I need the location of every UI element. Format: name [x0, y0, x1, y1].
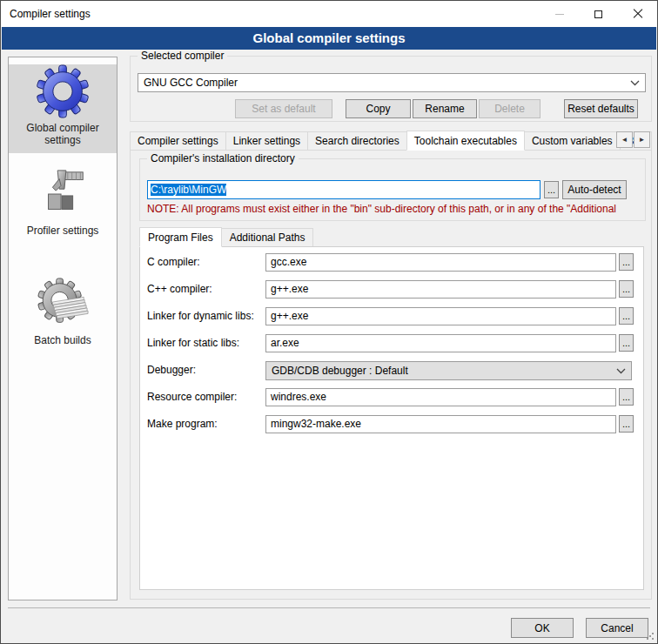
c-compiler-input[interactable]: gcc.exe: [265, 253, 616, 272]
chevron-down-icon: [630, 80, 640, 86]
close-icon: [633, 9, 643, 19]
sidebar-item-profiler-settings[interactable]: Profiler settings: [9, 167, 117, 244]
tab-custom-variables[interactable]: Custom variables: [524, 131, 621, 150]
page-title: Global compiler settings: [2, 27, 656, 50]
delete-button[interactable]: Delete: [479, 99, 540, 118]
field-row-c-compiler: C compiler: gcc.exe ...: [140, 253, 643, 272]
make-program-input[interactable]: mingw32-make.exe: [265, 415, 616, 433]
title-bar: Compiler settings: [1, 1, 657, 27]
installation-directory-input[interactable]: C:\raylib\MinGW: [147, 180, 540, 199]
field-row-make-program: Make program: mingw32-make.exe ...: [140, 415, 643, 434]
cpp-compiler-input[interactable]: g++.exe: [265, 280, 616, 299]
settings-tab-bar: Compiler settings Linker settings Search…: [130, 130, 652, 150]
group-legend: Compiler's installation directory: [147, 152, 299, 164]
toolchain-executables-page: Compiler's installation directory C:\ray…: [130, 150, 652, 600]
rename-button[interactable]: Rename: [413, 99, 477, 118]
dialog-body: Global compiler settings Profiler settin…: [1, 50, 657, 643]
field-row-cpp-compiler: C++ compiler: g++.exe ...: [140, 280, 643, 299]
dynamic-linker-input[interactable]: g++.exe: [265, 307, 616, 325]
selected-compiler-group: Selected compiler GNU GCC Compiler Set a…: [130, 56, 652, 122]
field-label: C compiler:: [147, 256, 200, 268]
debugger-select[interactable]: GDB/CDB debugger : Default: [265, 361, 632, 380]
gear-stack-icon: [36, 277, 90, 331]
directory-note: NOTE: All programs must exist either in …: [147, 203, 640, 215]
sidebar-item-label: Profiler settings: [9, 225, 117, 244]
group-legend: Selected compiler: [138, 50, 227, 62]
set-as-default-button[interactable]: Set as default: [235, 99, 332, 118]
compiler-select[interactable]: GNU GCC Compiler: [138, 73, 646, 92]
tab-scroll-left-button[interactable]: ◄: [616, 131, 633, 148]
selected-path-text: C:\raylib\MinGW: [151, 184, 226, 196]
field-label: Debugger:: [147, 364, 196, 376]
tab-linker-settings[interactable]: Linker settings: [225, 131, 308, 150]
program-files-panel: C compiler: gcc.exe ... C++ compiler: g+…: [139, 246, 644, 590]
footer-divider: [8, 607, 650, 608]
tab-scroll-right-button[interactable]: ►: [634, 131, 650, 148]
field-row-static-linker: Linker for static libs: ar.exe ...: [140, 334, 643, 353]
copy-button[interactable]: Copy: [346, 99, 411, 118]
cpp-compiler-browse-button[interactable]: ...: [619, 280, 634, 298]
window-controls: [540, 1, 657, 27]
tab-toolchain-executables[interactable]: Toolchain executables: [406, 131, 525, 151]
installation-directory-group: Compiler's installation directory C:\ray…: [139, 158, 646, 221]
resource-compiler-input[interactable]: windres.exe: [265, 388, 616, 406]
cancel-button[interactable]: Cancel: [586, 618, 648, 638]
make-program-browse-button[interactable]: ...: [619, 415, 634, 433]
resize-grip-icon[interactable]: [646, 632, 655, 641]
autodetect-button[interactable]: Auto-detect: [562, 180, 627, 199]
field-label: Resource compiler:: [147, 391, 237, 403]
caliper-icon: [36, 167, 90, 221]
ok-button[interactable]: OK: [511, 618, 574, 638]
browse-directory-button[interactable]: ...: [544, 181, 559, 198]
maximize-icon: [594, 10, 602, 18]
main-panel: Selected compiler GNU GCC Compiler Set a…: [130, 50, 652, 644]
maximize-button[interactable]: [579, 1, 618, 27]
compiler-select-value: GNU GCC Compiler: [144, 77, 238, 89]
static-linker-input[interactable]: ar.exe: [265, 334, 616, 352]
sidebar-item-label: Batch builds: [9, 334, 117, 353]
field-row-resource-compiler: Resource compiler: windres.exe ...: [140, 388, 643, 407]
sidebar-item-batch-builds[interactable]: Batch builds: [9, 277, 117, 353]
tab-additional-paths[interactable]: Additional Paths: [221, 228, 314, 246]
tab-search-directories[interactable]: Search directories: [307, 131, 407, 150]
minimize-icon: [555, 14, 564, 15]
debugger-select-value: GDB/CDB debugger : Default: [272, 365, 408, 377]
compiler-buttons-row: Set as default Copy Rename Delete Reset …: [131, 99, 646, 118]
programs-tab-bar: Program Files Additional Paths: [139, 226, 313, 246]
field-label: C++ compiler:: [147, 283, 212, 295]
sidebar-item-global-compiler-settings[interactable]: Global compiler settings: [9, 64, 117, 153]
gear-blue-icon: [36, 64, 90, 118]
window-title: Compiler settings: [10, 8, 91, 20]
compiler-settings-dialog: Compiler settings Global compiler settin…: [0, 0, 658, 644]
tab-compiler-settings[interactable]: Compiler settings: [130, 131, 226, 150]
static-linker-browse-button[interactable]: ...: [619, 334, 634, 352]
minimize-button[interactable]: [540, 1, 579, 27]
field-label: Linker for dynamic libs:: [147, 310, 254, 322]
c-compiler-browse-button[interactable]: ...: [619, 253, 634, 271]
field-label: Make program:: [147, 418, 218, 430]
settings-category-sidebar: Global compiler settings Profiler settin…: [8, 57, 118, 600]
directory-row: C:\raylib\MinGW ... Auto-detect: [147, 180, 627, 199]
close-button[interactable]: [618, 1, 657, 27]
reset-defaults-button[interactable]: Reset defaults: [564, 99, 638, 118]
chevron-down-icon: [616, 368, 626, 374]
tab-program-files[interactable]: Program Files: [139, 227, 222, 247]
field-row-debugger: Debugger: GDB/CDB debugger : Default: [140, 361, 643, 380]
sidebar-item-label: Global compiler settings: [9, 122, 117, 153]
tab-scroll-buttons: ◄ ►: [615, 131, 650, 148]
field-row-dynamic-linker: Linker for dynamic libs: g++.exe ...: [140, 307, 643, 326]
resource-compiler-browse-button[interactable]: ...: [619, 388, 634, 406]
field-label: Linker for static libs:: [147, 337, 239, 349]
dynamic-linker-browse-button[interactable]: ...: [619, 307, 634, 325]
